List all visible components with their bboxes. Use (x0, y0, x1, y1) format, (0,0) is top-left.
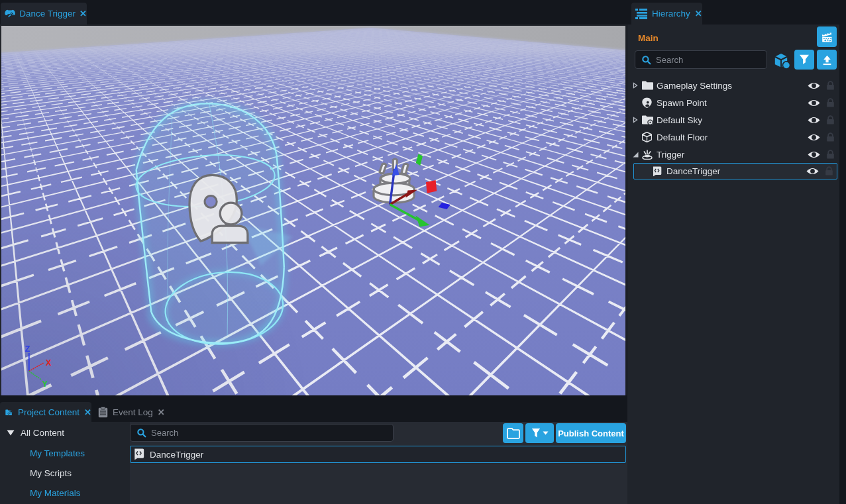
svg-text:X: X (46, 358, 52, 368)
svg-text:Y: Y (42, 379, 48, 389)
svg-text:Z: Z (25, 344, 30, 354)
